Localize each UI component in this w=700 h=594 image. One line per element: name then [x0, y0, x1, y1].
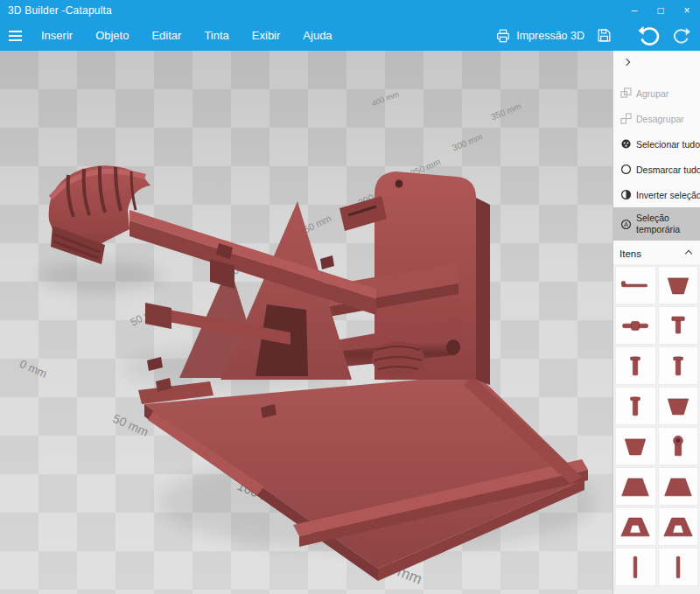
svg-text:A: A [624, 220, 628, 228]
item-thumbnail-arm[interactable] [615, 266, 656, 304]
item-thumbnail-thin-pin[interactable] [615, 548, 656, 586]
item-thumbnail-plate-wide[interactable] [615, 467, 656, 506]
panel-button-label: Seleção temporária [636, 213, 698, 235]
plate-part-icon [618, 430, 653, 462]
item-thumbnail-pin[interactable] [615, 346, 656, 385]
menu-ajuda[interactable]: Ajuda [291, 20, 343, 51]
redo-icon [673, 27, 691, 44]
item-thumbnail-plate[interactable] [658, 266, 699, 304]
panel-button-label: Agrupar [636, 88, 668, 99]
panel-button-label: Inverter seleção [636, 190, 700, 200]
temporary-selection-icon: A [620, 219, 632, 230]
thin-pin-part-icon [618, 551, 653, 583]
panel-button-group[interactable]: Agrupar [613, 80, 700, 106]
item-thumbnail-pin[interactable] [658, 346, 699, 385]
panel-button-select-all[interactable]: Selecionar tudo [613, 131, 700, 157]
window-title: 3D Builder -Catapulta [0, 4, 112, 17]
pin-part-icon [618, 390, 653, 422]
close-button[interactable]: × [674, 0, 700, 20]
items-header-label: Itens [620, 248, 641, 259]
invert-selection-icon [620, 189, 632, 200]
titlebar: 3D Builder -Catapulta – □ × [0, 0, 700, 20]
menubar: Inserir Objeto Editar Tinta Exibir Ajuda… [0, 20, 700, 51]
menu-exibir[interactable]: Exibir [241, 20, 292, 51]
maximize-button[interactable]: □ [648, 0, 674, 20]
deselect-all-icon [620, 164, 632, 175]
item-thumbnail-hole-bracket[interactable] [658, 427, 699, 465]
save-icon [597, 28, 612, 43]
thin-pin-part-icon [661, 551, 696, 583]
select-all-icon [620, 138, 632, 150]
chevron-right-icon [623, 59, 630, 66]
plate-part-icon [661, 269, 696, 301]
menu-inserir[interactable]: Inserir [30, 20, 84, 51]
plate-part-icon [661, 390, 696, 422]
arm-part-icon [618, 269, 653, 301]
panel-button-ungroup[interactable]: Desagrupar [613, 106, 700, 131]
menu-objeto[interactable]: Objeto [84, 20, 140, 51]
panel-button-temporary-selection[interactable]: ASeleção temporária [613, 207, 700, 241]
menu-editar[interactable]: Editar [140, 20, 192, 51]
item-thumbnail-plate[interactable] [615, 427, 656, 465]
menu-tinta[interactable]: Tinta [192, 20, 240, 51]
item-thumbnail-frame[interactable] [658, 507, 699, 546]
redo-button[interactable] [673, 27, 691, 44]
item-thumbnail-axle[interactable] [615, 306, 656, 345]
plate-wide-part-icon [618, 471, 653, 502]
plate-wide-part-icon [661, 471, 696, 502]
menubar-tools: Impressão 3D [495, 25, 700, 45]
frame-part-icon [618, 511, 653, 542]
undo-button[interactable] [638, 25, 661, 45]
3d-viewport[interactable]: 50 mm100 mm150 mm200 mm250 mm300 mm350 m… [0, 51, 612, 594]
panel-button-deselect-all[interactable]: Desmarcar tudo [613, 157, 700, 182]
window-controls: – □ × [621, 0, 700, 20]
panel-button-label: Desagrupar [636, 114, 684, 124]
group-icon [620, 87, 632, 99]
item-thumbnail-frame[interactable] [615, 507, 656, 546]
catapult-model[interactable] [0, 51, 612, 594]
chevron-up-icon[interactable] [685, 250, 692, 257]
pin-part-icon [661, 350, 696, 381]
save-button[interactable] [597, 28, 612, 43]
print-3d-button[interactable]: Impressão 3D [495, 28, 584, 44]
selection-panel: AgruparDesagruparSelecionar tudoDesmarca… [612, 51, 700, 594]
items-header: Itens [613, 241, 700, 264]
minimize-button[interactable]: – [621, 0, 648, 20]
items-list [613, 264, 700, 594]
selection-tools: AgruparDesagruparSelecionar tudoDesmarca… [613, 73, 700, 241]
panel-button-label: Selecionar tudo [636, 139, 700, 150]
peg-part-icon [661, 310, 696, 341]
item-thumbnail-pin[interactable] [615, 387, 656, 425]
axle-part-icon [618, 310, 653, 341]
ungroup-icon [620, 113, 632, 124]
3d-builder-window: 3D Builder -Catapulta – □ × Inserir Obje… [0, 0, 700, 594]
print-3d-label: Impressão 3D [516, 30, 584, 42]
printer-3d-icon [495, 28, 511, 44]
panel-button-label: Desmarcar tudo [636, 164, 700, 175]
collapse-panel-button[interactable] [613, 51, 700, 73]
undo-icon [638, 25, 661, 45]
item-thumbnail-peg[interactable] [658, 306, 699, 345]
panel-button-invert-selection[interactable]: Inverter seleção [613, 182, 700, 207]
pin-part-icon [618, 350, 653, 381]
item-thumbnail-plate-wide[interactable] [658, 467, 699, 506]
hamburger-menu-icon[interactable] [0, 20, 30, 51]
item-thumbnail-plate[interactable] [658, 387, 699, 425]
item-thumbnail-thin-pin[interactable] [658, 548, 699, 586]
frame-part-icon [661, 511, 696, 542]
hole-bracket-part-icon [661, 430, 696, 462]
